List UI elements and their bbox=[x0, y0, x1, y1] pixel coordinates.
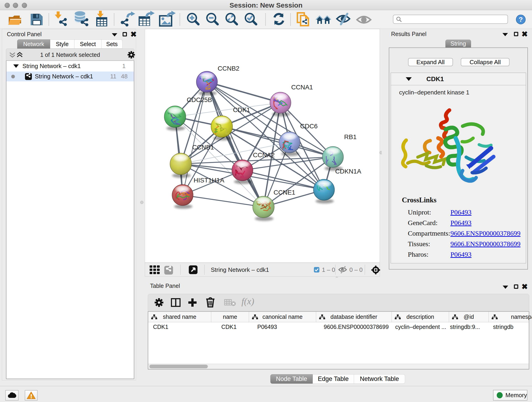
svg-text:HIST1H1A: HIST1H1A bbox=[194, 177, 224, 184]
svg-text:CDKN1A: CDKN1A bbox=[335, 168, 361, 175]
svg-text:CCNA2: CCNA2 bbox=[253, 152, 275, 159]
svg-text:CCNB1: CCNB1 bbox=[192, 144, 214, 151]
svg-text:?: ? bbox=[519, 16, 523, 23]
svg-text:CDC6: CDC6 bbox=[300, 123, 317, 130]
svg-text:CCNB2: CCNB2 bbox=[218, 65, 239, 72]
svg-text:CDC25B: CDC25B bbox=[187, 96, 212, 103]
svg-text:RB1: RB1 bbox=[344, 133, 356, 140]
svg-text:CCNA1: CCNA1 bbox=[291, 84, 313, 91]
svg-text:CCNE1: CCNE1 bbox=[273, 189, 295, 196]
svg-text:CDK1: CDK1 bbox=[233, 106, 250, 114]
